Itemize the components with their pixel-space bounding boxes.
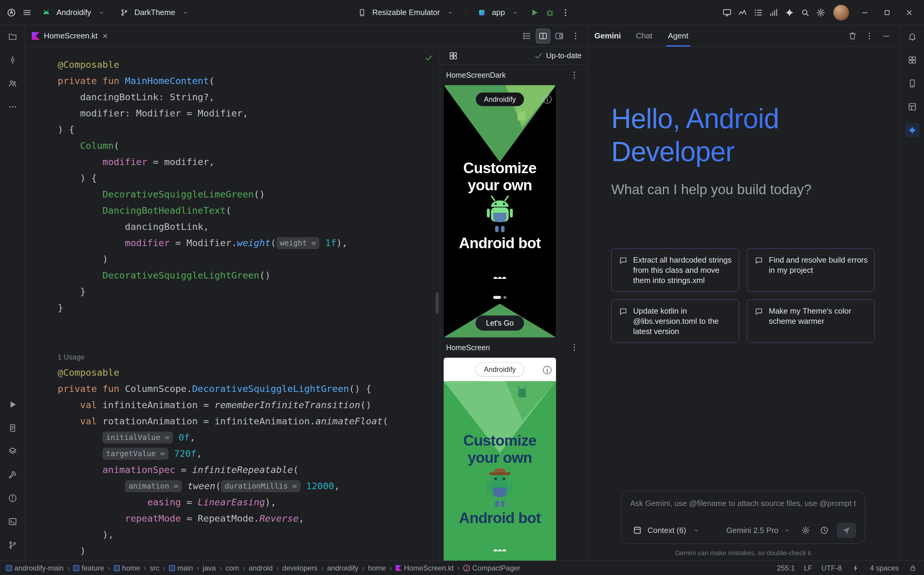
commit-icon[interactable] bbox=[5, 53, 20, 67]
close-tab-icon[interactable]: × bbox=[102, 32, 108, 41]
debug-button[interactable] bbox=[543, 5, 557, 20]
gemini-suggestion-card[interactable]: Find and resolve build errors in my proj… bbox=[747, 248, 875, 292]
app-name-pill: Androidify bbox=[476, 362, 524, 376]
line-ending[interactable]: LF bbox=[804, 564, 812, 572]
run-config-selector[interactable]: app bbox=[471, 3, 526, 22]
breadcrumb-item[interactable]: java bbox=[203, 564, 216, 572]
more-vertical-icon[interactable] bbox=[567, 340, 582, 355]
run-icon[interactable] bbox=[5, 397, 20, 412]
user-avatar[interactable] bbox=[833, 5, 849, 21]
gemini-suggestion-card[interactable]: Make my Theme's color scheme warmer bbox=[747, 300, 875, 343]
editor-tab-homescreen[interactable]: HomeScreen.kt × bbox=[25, 25, 115, 46]
editor-area: HomeScreen.kt × @Composableprivate fun M… bbox=[25, 25, 588, 561]
more-vertical-icon[interactable] bbox=[567, 68, 582, 82]
trash-icon[interactable] bbox=[845, 29, 860, 43]
hide-panel-icon[interactable] bbox=[879, 29, 894, 43]
send-button[interactable] bbox=[837, 523, 856, 538]
inspection-icon[interactable] bbox=[5, 444, 20, 459]
history-icon[interactable] bbox=[818, 524, 831, 537]
gemini-prompt-box[interactable]: Context (6) Gemini 2.5 Pro bbox=[621, 491, 865, 544]
breadcrumb-item[interactable]: HomeScreen.kt bbox=[396, 564, 453, 572]
breadcrumb-item[interactable]: androidify bbox=[327, 564, 358, 572]
profiler-icon[interactable] bbox=[735, 5, 750, 20]
code-editor[interactable]: @Composableprivate fun MainHomeContent( … bbox=[25, 47, 440, 561]
gemini-suggestion-card[interactable]: Extract all hardcoded strings from this … bbox=[611, 248, 739, 292]
titlebar-center: Resizable Emulator app bbox=[351, 3, 573, 22]
preview-phone-dark[interactable]: Androidify ⓘ Customize your own bbox=[444, 85, 556, 337]
search-icon[interactable] bbox=[798, 5, 812, 20]
titlebar-right bbox=[573, 3, 920, 22]
close-window-icon[interactable] bbox=[899, 3, 920, 22]
bolt-icon[interactable] bbox=[851, 563, 861, 573]
git-icon[interactable] bbox=[5, 538, 20, 552]
more-vertical-icon[interactable] bbox=[862, 29, 876, 43]
project-icon[interactable] bbox=[5, 29, 20, 44]
tab-agent[interactable]: Agent bbox=[666, 25, 690, 46]
device-explorer-icon[interactable] bbox=[905, 76, 919, 91]
breadcrumb-item[interactable]: androidify-main bbox=[6, 564, 64, 572]
device-preview-icon[interactable] bbox=[552, 29, 566, 43]
lock-icon[interactable] bbox=[908, 563, 918, 573]
chat-icon bbox=[754, 307, 764, 317]
tab-chat[interactable]: Chat bbox=[634, 25, 654, 46]
resource-manager-icon[interactable] bbox=[905, 53, 919, 67]
breadcrumb-item[interactable]: com bbox=[226, 564, 239, 572]
breadcrumb-item[interactable]: feature bbox=[73, 564, 104, 572]
collaboration-icon[interactable] bbox=[5, 76, 20, 91]
logcat-icon[interactable] bbox=[5, 421, 20, 435]
breadcrumb-item[interactable]: android bbox=[248, 564, 273, 572]
android-bot-graphic bbox=[482, 467, 517, 509]
editor-scrollbar[interactable] bbox=[436, 292, 439, 314]
layout-inspector-icon[interactable] bbox=[905, 100, 919, 114]
code-line: ) { bbox=[58, 121, 440, 137]
notifications-icon[interactable] bbox=[905, 29, 919, 44]
left-strip-bottom bbox=[5, 397, 20, 556]
todo-icon[interactable] bbox=[751, 5, 765, 20]
preview-scroll[interactable]: HomeScreenDark Androidify ⓘ Customize yo… bbox=[440, 65, 587, 561]
preview-grid-icon[interactable] bbox=[446, 49, 461, 63]
split-icon[interactable] bbox=[536, 29, 550, 43]
breadcrumb-item[interactable]: main bbox=[169, 564, 193, 572]
breadcrumb-item[interactable]: home bbox=[114, 564, 140, 572]
device-streaming-icon[interactable] bbox=[720, 5, 734, 20]
context-selector[interactable]: Context (6) bbox=[630, 523, 704, 537]
main-menu-icon[interactable] bbox=[20, 5, 34, 20]
breadcrumb-item[interactable]: src bbox=[150, 564, 159, 572]
indent-setting[interactable]: 4 spaces bbox=[870, 564, 899, 572]
preview-toolbar: Up-to-date bbox=[440, 47, 587, 65]
breadcrumb-item[interactable]: home bbox=[368, 564, 386, 572]
breadcrumb-separator: › bbox=[243, 564, 245, 572]
gemini-chat-icon[interactable] bbox=[782, 5, 797, 20]
branch-selector[interactable]: DarkTheme bbox=[113, 3, 196, 22]
chevron-down-icon bbox=[689, 523, 704, 537]
terminal-icon[interactable] bbox=[5, 515, 20, 529]
more-horizontal-icon[interactable] bbox=[5, 100, 20, 114]
minimize-window-icon[interactable] bbox=[854, 3, 875, 22]
preview-phone-light[interactable]: Androidify ⓘ Customize your own bbox=[444, 358, 556, 561]
gemini-icon[interactable] bbox=[905, 123, 919, 137]
problems-icon[interactable] bbox=[5, 491, 20, 505]
model-selector[interactable]: Gemini 2.5 Pro bbox=[727, 524, 794, 537]
settings-icon[interactable] bbox=[814, 5, 828, 20]
inspections-ok-icon[interactable] bbox=[424, 51, 433, 67]
settings-icon[interactable] bbox=[800, 524, 812, 537]
tab-label: HomeScreen.kt bbox=[44, 31, 97, 41]
function-icon: ƒ bbox=[463, 565, 470, 572]
project-selector[interactable]: Androidify bbox=[35, 3, 112, 22]
run-button[interactable] bbox=[527, 5, 542, 20]
gemini-prompt-input[interactable] bbox=[630, 499, 856, 508]
device-selector[interactable]: Resizable Emulator bbox=[351, 3, 461, 22]
build-icon[interactable] bbox=[5, 467, 20, 482]
breadcrumb-item[interactable]: ƒCompactPager bbox=[463, 564, 520, 572]
structure-icon[interactable] bbox=[520, 29, 534, 43]
git-branch-icon bbox=[117, 5, 132, 20]
more-vertical-icon[interactable] bbox=[568, 29, 583, 43]
more-actions-icon[interactable] bbox=[558, 5, 573, 20]
caret-position[interactable]: 255:1 bbox=[777, 564, 795, 572]
breadcrumb-item[interactable]: developers bbox=[282, 564, 317, 572]
file-encoding[interactable]: UTF-8 bbox=[821, 564, 842, 572]
gemini-suggestion-card[interactable]: Update kotlin in @libs.version.toml to t… bbox=[611, 300, 739, 343]
code-line: } bbox=[58, 283, 440, 300]
maximize-window-icon[interactable] bbox=[876, 3, 898, 22]
app-insights-icon[interactable] bbox=[767, 5, 781, 20]
